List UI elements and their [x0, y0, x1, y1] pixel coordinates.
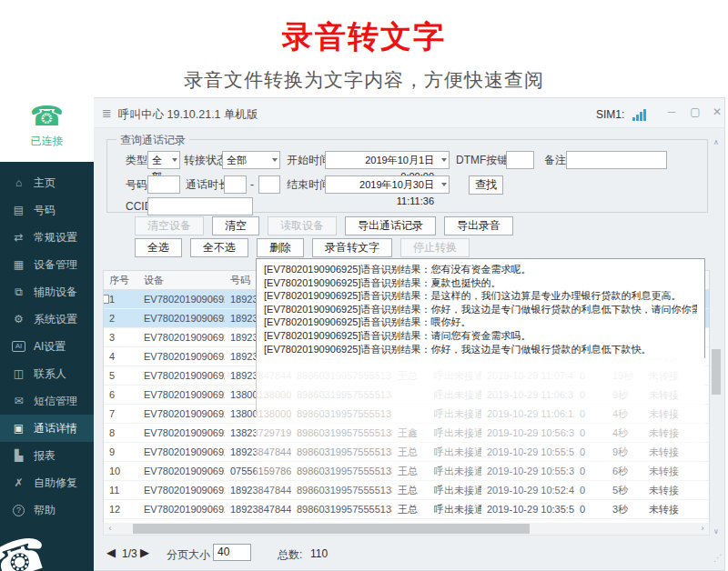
- contacts-icon: ◫: [12, 367, 25, 380]
- handset-icon: ☎: [0, 523, 55, 571]
- sidebar-item-label: 主页: [34, 175, 56, 191]
- next-page-button[interactable]: ▶: [140, 546, 149, 559]
- connection-status: 已连接: [31, 135, 64, 147]
- sidebar-item-label: 辅助设备: [34, 285, 77, 300]
- toolbar-button[interactable]: 全不选: [190, 238, 248, 257]
- chevron-down-icon: [441, 183, 447, 186]
- hamburger-menu-icon[interactable]: ≣: [102, 106, 112, 120]
- table-cell: 9: [104, 443, 138, 461]
- table-cell: EV78020190906925: [138, 347, 225, 366]
- table-cell: 8: [104, 424, 138, 442]
- duration-to-input[interactable]: [258, 175, 280, 194]
- duration-from-input[interactable]: [224, 175, 247, 194]
- sidebar-item-1[interactable]: ⌂主页: [0, 169, 94, 196]
- page-indicator: 1/3: [122, 547, 137, 560]
- search-button[interactable]: 查找: [469, 175, 503, 195]
- recognition-result-line: [EV78020190906925]语音识别结果：夏款也挺快的。: [264, 276, 697, 290]
- toolbar-button: 读取设备: [268, 216, 337, 235]
- table-cell: 3: [104, 328, 138, 346]
- number-input[interactable]: [147, 175, 180, 194]
- sidebar-item-3[interactable]: ⇄常规设置: [0, 224, 94, 251]
- horizontal-scrollbar[interactable]: ‹ ›: [103, 523, 710, 536]
- remark-label: 备注: [544, 151, 566, 169]
- recognition-result-line: [EV78020190906925]语音识别结果：喂你好。: [264, 316, 697, 329]
- table-cell: EV78020190906925: [138, 290, 225, 308]
- sidebar-item-13[interactable]: ?帮助: [0, 496, 94, 524]
- dtmf-input[interactable]: [506, 151, 534, 169]
- toolbar-button[interactable]: 全选: [135, 238, 182, 257]
- number-card-icon: ▤: [12, 204, 25, 216]
- vertical-scrollbar-thumb[interactable]: [712, 349, 721, 395]
- mail-icon: ✉: [12, 395, 25, 407]
- phone-icon: ☎: [0, 101, 94, 132]
- sidebar-item-label: 号码: [34, 203, 56, 218]
- sliders-icon: ⇄: [12, 231, 25, 244]
- remark-input[interactable]: [566, 151, 667, 169]
- maximize-button[interactable]: ▢: [687, 105, 703, 118]
- sidebar-item-label: 自助修复: [34, 476, 77, 491]
- sidebar-item-7[interactable]: AIAI设置: [0, 333, 94, 360]
- row-checkbox[interactable]: [103, 295, 109, 304]
- duration-dash: -: [250, 175, 254, 194]
- recognition-result-line: [EV78020190906925]语音识别结果：你好，我这边是专门做银行贷款的…: [264, 343, 697, 356]
- page-size-label: 分页大小: [167, 547, 210, 563]
- vertical-scrollbar[interactable]: ∧ ∨: [711, 137, 722, 537]
- table-cell: 11: [104, 481, 138, 499]
- transfer-status-select[interactable]: 全部: [222, 151, 280, 169]
- toolbar-button[interactable]: 导出通话记录: [345, 216, 436, 235]
- recognition-result-line: [EV78020190906925]语音识别结果：您有没有资金需求呢。: [264, 263, 697, 276]
- popup-fade-overlay: [256, 358, 705, 519]
- ccid-input[interactable]: [147, 197, 253, 215]
- toolbar-button[interactable]: 导出录音: [444, 216, 513, 235]
- toolbar-button[interactable]: 删除: [257, 238, 304, 257]
- table-cell: EV78020190906925: [138, 462, 225, 480]
- call-duration-label: 通话时长: [186, 175, 229, 194]
- recognition-result-line: [EV78020190906925]语音识别结果：是这样的，我们这边算是专业办理…: [264, 289, 697, 303]
- scroll-left-icon[interactable]: ‹: [104, 523, 116, 535]
- horizontal-scrollbar-thumb[interactable]: [133, 524, 530, 534]
- scroll-right-icon[interactable]: ›: [696, 523, 709, 535]
- table-cell: EV78020190906925: [138, 366, 225, 385]
- toolbar-row-1: 清空设备清空读取设备导出通话记录导出录音: [135, 216, 513, 235]
- toolbar-button[interactable]: 清空: [212, 216, 259, 235]
- page-title: 录音转文字: [0, 16, 728, 58]
- toolbar-button[interactable]: 录音转文字: [312, 238, 392, 257]
- table-cell: EV78020190906925: [138, 405, 225, 423]
- sidebar-item-8[interactable]: ◫联系人: [0, 360, 94, 387]
- sidebar-item-12[interactable]: ✗自助修复: [0, 469, 94, 496]
- app-window: ≣ 呼叫中心 19.10.21.1 单机版 SIM1: ─ ▢ ✕ 查询通话记录…: [94, 97, 725, 571]
- device-icon: ▦: [12, 258, 25, 271]
- sidebar-item-label: 联系人: [34, 366, 66, 382]
- gear-icon: ⚙: [12, 313, 25, 326]
- resize-grip-icon[interactable]: ⋰: [713, 553, 723, 563]
- column-header[interactable]: 设备: [138, 271, 225, 289]
- sidebar-item-label: 通话详情: [34, 421, 77, 436]
- page-size-input[interactable]: 40: [213, 544, 251, 561]
- close-button[interactable]: ✕: [709, 105, 725, 118]
- call-detail-icon: ▣: [12, 422, 25, 435]
- prev-page-button[interactable]: ◀: [106, 546, 116, 559]
- sidebar-item-11[interactable]: ▙报表: [0, 442, 94, 469]
- start-time-input[interactable]: 2019年10月1日 0:00:00: [325, 151, 450, 169]
- end-time-input[interactable]: 2019年10月30日 11:11:36: [325, 175, 450, 194]
- type-select[interactable]: 全部: [147, 151, 180, 169]
- scroll-down-icon[interactable]: ∨: [711, 526, 722, 537]
- aux-device-icon: ⧉: [12, 286, 25, 298]
- sidebar-item-2[interactable]: ▤号码: [0, 196, 94, 224]
- repair-icon: ✗: [12, 476, 25, 489]
- sidebar-item-6[interactable]: ⚙系统设置: [0, 306, 94, 333]
- sidebar-item-label: 设备管理: [34, 257, 77, 273]
- sidebar-item-4[interactable]: ▦设备管理: [0, 251, 94, 278]
- sidebar-item-label: 常规设置: [34, 230, 77, 245]
- sidebar-item-9[interactable]: ✉短信管理: [0, 387, 94, 415]
- sim-label: SIM1:: [596, 108, 624, 121]
- toolbar-button: 清空设备: [135, 216, 204, 235]
- sidebar-item-10[interactable]: ▣通话详情: [0, 415, 94, 442]
- sidebar-item-5[interactable]: ⧉辅助设备: [0, 278, 94, 306]
- minimize-button[interactable]: ─: [663, 105, 680, 118]
- scroll-up-icon[interactable]: ∧: [711, 137, 722, 148]
- screen: 录音转文字 录音文件转换为文字内容，方便快速查阅 ☎ 已连接 ☎ ⌂主页▤号码⇄…: [0, 0, 728, 571]
- home-icon: ⌂: [12, 176, 25, 189]
- hero-section: 录音转文字 录音文件转换为文字内容，方便快速查阅: [0, 0, 728, 97]
- column-header[interactable]: 序号: [104, 271, 138, 289]
